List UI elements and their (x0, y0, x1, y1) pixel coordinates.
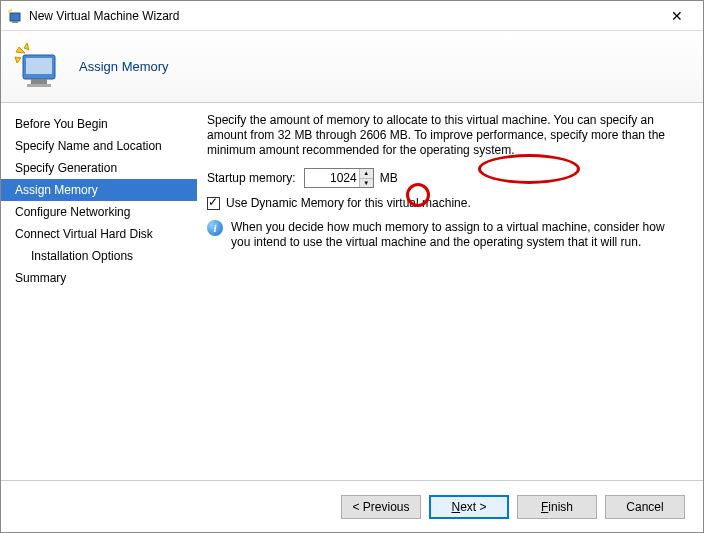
dynamic-memory-checkbox-row[interactable]: Use Dynamic Memory for this virtual mach… (207, 196, 685, 210)
step-summary[interactable]: Summary (1, 267, 197, 289)
header-icon (13, 41, 65, 93)
cancel-button[interactable]: Cancel (605, 495, 685, 519)
body: Before You Begin Specify Name and Locati… (1, 103, 703, 480)
wizard-icon (7, 8, 23, 24)
titlebar: New Virtual Machine Wizard ✕ (1, 1, 703, 31)
previous-button[interactable]: < Previous (341, 495, 421, 519)
info-row: i When you decide how much memory to ass… (207, 220, 685, 250)
svg-marker-3 (10, 8, 12, 11)
content-pane: Specify the amount of memory to allocate… (197, 103, 703, 480)
step-specify-generation[interactable]: Specify Generation (1, 157, 197, 179)
page-title: Assign Memory (79, 59, 169, 74)
startup-memory-row: Startup memory: ▲ ▼ MB (207, 168, 685, 188)
svg-marker-10 (15, 57, 21, 63)
step-assign-memory[interactable]: Assign Memory (1, 179, 197, 201)
step-connect-vhd[interactable]: Connect Virtual Hard Disk (1, 223, 197, 245)
dynamic-memory-checkbox[interactable] (207, 197, 220, 210)
startup-memory-field-wrap: ▲ ▼ (304, 168, 374, 188)
svg-rect-7 (27, 84, 51, 87)
startup-memory-label: Startup memory: (207, 171, 296, 185)
info-icon: i (207, 220, 223, 236)
memory-spinner[interactable]: ▲ ▼ (359, 169, 373, 187)
svg-rect-1 (12, 21, 18, 23)
svg-rect-6 (31, 79, 47, 84)
dynamic-memory-label: Use Dynamic Memory for this virtual mach… (226, 196, 471, 210)
wizard-window: New Virtual Machine Wizard ✕ Assign Memo… (0, 0, 704, 533)
next-button[interactable]: Next > (429, 495, 509, 519)
finish-button[interactable]: Finish (517, 495, 597, 519)
step-installation-options[interactable]: Installation Options (1, 245, 197, 267)
next-mnemonic: N (451, 500, 460, 514)
info-text: When you decide how much memory to assig… (231, 220, 685, 250)
spinner-down-icon[interactable]: ▼ (359, 179, 373, 188)
next-rest: ext > (460, 500, 486, 514)
svg-rect-5 (26, 58, 52, 74)
step-configure-networking[interactable]: Configure Networking (1, 201, 197, 223)
spinner-up-icon[interactable]: ▲ (359, 169, 373, 179)
description-text: Specify the amount of memory to allocate… (207, 113, 685, 158)
step-before-you-begin[interactable]: Before You Begin (1, 113, 197, 135)
close-button[interactable]: ✕ (657, 8, 697, 24)
svg-marker-9 (24, 43, 29, 50)
svg-rect-0 (10, 13, 20, 21)
footer: < Previous Next > Finish Cancel (1, 480, 703, 532)
sidebar: Before You Begin Specify Name and Locati… (1, 103, 197, 480)
step-specify-name[interactable]: Specify Name and Location (1, 135, 197, 157)
finish-mnemonic: F (541, 500, 548, 514)
header: Assign Memory (1, 31, 703, 103)
finish-rest: inish (548, 500, 573, 514)
memory-unit: MB (380, 171, 398, 185)
window-title: New Virtual Machine Wizard (29, 9, 657, 23)
